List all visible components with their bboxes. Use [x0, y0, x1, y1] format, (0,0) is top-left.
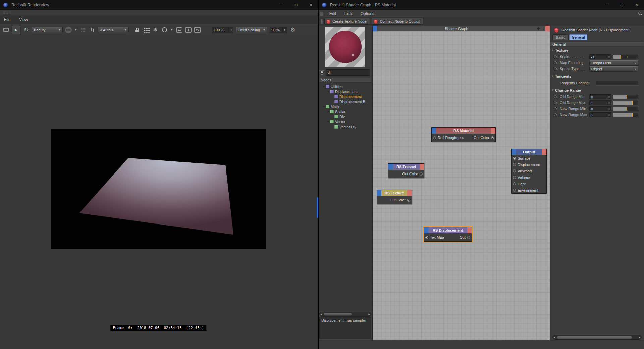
new-range-max-slider[interactable]	[613, 113, 638, 117]
new-range-max-spinner[interactable]: 1 ▲▼	[589, 112, 611, 117]
maximize-button[interactable]: □	[289, 0, 304, 10]
panel-corner-blue[interactable]	[373, 26, 377, 31]
grid-icon[interactable]	[143, 26, 150, 34]
channel-dropdown-arrow[interactable]: ▼	[74, 26, 77, 34]
node-rs-material[interactable]: RS Material Refl Roughness Out Color	[431, 127, 496, 142]
close-button[interactable]: ×	[629, 0, 644, 10]
node-input-tab[interactable]	[388, 164, 393, 170]
expander-icon[interactable]: ▼	[323, 85, 326, 88]
new-range-min-slider[interactable]	[613, 107, 638, 111]
scale-spinner[interactable]: -1 ▲▼	[589, 54, 611, 59]
connect-node-to-output-button[interactable]: Connect Node to Output	[372, 18, 423, 25]
maximize-button[interactable]: □	[614, 0, 629, 10]
menu-file[interactable]: File	[3, 17, 12, 22]
expander-icon[interactable]: ▼	[323, 105, 326, 108]
tree-horizontal-scrollbar[interactable]: ◀ ▶	[319, 312, 371, 317]
region-scale-spinner[interactable]: 50 % ▲▼	[270, 27, 287, 33]
scale-slider[interactable]	[613, 55, 638, 59]
port-out-color[interactable]	[420, 172, 423, 176]
node-output-tab[interactable]	[467, 227, 472, 233]
tree-item-utilities[interactable]: ▼ Utilities	[319, 84, 371, 89]
close-button[interactable]: ×	[304, 0, 318, 10]
port-environment[interactable]	[513, 189, 516, 192]
menu-edit[interactable]: Edit	[328, 11, 338, 16]
old-range-min-slider[interactable]	[613, 95, 638, 99]
picture-viewer-icon[interactable]: PV	[194, 26, 201, 34]
attribute-horizontal-scrollbar[interactable]: ◀ ▶	[552, 335, 642, 340]
map-encoding-dropdown[interactable]: Height Field ▼	[589, 60, 638, 66]
scroll-left-icon[interactable]: ◀	[320, 313, 323, 316]
region-ellipse-icon[interactable]	[161, 26, 168, 34]
scaling-mode-dropdown[interactable]: Fixed Scaling ▼	[236, 27, 267, 33]
group-tangents[interactable]: ▼ Tangents	[552, 74, 571, 78]
toolbar-grip-handle[interactable]	[321, 19, 323, 24]
node-output-tab[interactable]	[420, 164, 424, 170]
node-input-tab[interactable]	[377, 190, 381, 196]
node-rs-displacement[interactable]: RS Displacement Tex Map Out	[424, 227, 472, 242]
fit-vertical-icon[interactable]: ↕	[542, 26, 544, 31]
scrollbar-thumb[interactable]	[557, 336, 632, 339]
tree-item-scalar[interactable]: ▼ Scalar	[319, 109, 371, 114]
scroll-right-icon[interactable]: ▶	[638, 336, 641, 339]
group-texture[interactable]: ▼ Texture	[552, 48, 568, 52]
node-output-tab[interactable]	[542, 149, 546, 155]
channel-rgb-button[interactable]: RGB	[65, 27, 72, 33]
minimize-button[interactable]: ─	[600, 0, 614, 10]
node-rs-texture[interactable]: RS Texture Out Color	[377, 190, 412, 204]
scroll-right-icon[interactable]: ▶	[368, 313, 371, 316]
node-input-tab[interactable]	[432, 128, 436, 134]
port-refl-roughness[interactable]	[433, 136, 436, 139]
spinner-arrows[interactable]: ▲▼	[282, 27, 287, 33]
old-range-max-spinner[interactable]: 1 ▲▼	[589, 100, 611, 105]
create-texture-node-button[interactable]: Create Texture Node	[324, 18, 370, 25]
show-image-icon[interactable]	[176, 26, 182, 34]
tree-item-div[interactable]: Div	[319, 114, 371, 119]
tree-item-displacement[interactable]: Displacement	[319, 94, 371, 99]
node-output[interactable]: Output Surface Displacement Viewport Vol…	[511, 149, 547, 194]
pan-icon[interactable]	[536, 26, 541, 31]
spinner-arrows[interactable]: ▲▼	[607, 113, 611, 117]
snapshot-dropdown[interactable]: < Auto > ▼	[98, 27, 129, 33]
node-output-tab[interactable]	[407, 190, 412, 196]
spinner-arrows[interactable]: ▲▼	[607, 101, 611, 105]
port-viewport[interactable]	[513, 169, 516, 172]
tree-item-math[interactable]: ▼ Math	[319, 104, 371, 109]
restart-render-icon[interactable]: ↻	[23, 26, 30, 34]
tangents-channel-input[interactable]	[596, 81, 638, 86]
render-pass-dropdown[interactable]: Beauty ▼	[32, 27, 63, 33]
old-range-min-spinner[interactable]: 0 ▲▼	[589, 94, 611, 99]
zoom-spinner[interactable]: 100 % ▲▼	[212, 27, 233, 33]
scroll-left-icon[interactable]: ◀	[553, 336, 556, 339]
expander-icon[interactable]: ▼	[327, 90, 330, 93]
snapshot-snowflake-icon[interactable]: ❄	[152, 26, 159, 34]
spinner-arrows[interactable]: ▲▼	[607, 55, 611, 59]
start-render-button[interactable]: ▶	[12, 26, 20, 34]
port-displacement[interactable]	[513, 163, 516, 166]
space-type-dropdown[interactable]: Object ▼	[589, 66, 638, 72]
tree-item-vector[interactable]: ▼ Vector	[319, 119, 371, 124]
node-input-tab[interactable]	[424, 227, 428, 233]
node-input-tab[interactable]	[512, 149, 516, 155]
menubar-grip-handle[interactable]	[320, 12, 323, 16]
old-range-max-slider[interactable]	[613, 101, 638, 105]
node-search-input[interactable]	[326, 69, 370, 76]
group-change-range[interactable]: ▼ Change Range	[552, 88, 581, 92]
new-range-min-spinner[interactable]: 0 ▲▼	[589, 106, 611, 111]
search-icon[interactable]	[638, 12, 642, 16]
lock-icon[interactable]	[134, 26, 141, 34]
spinner-arrows[interactable]: ▲▼	[607, 107, 611, 111]
minimize-button[interactable]: ─	[274, 0, 289, 10]
node-rs-fresnel[interactable]: RS Fresnel Out Color	[388, 163, 424, 178]
spinner-arrows[interactable]: ▲▼	[607, 95, 611, 99]
keyframe-dot[interactable]	[554, 61, 557, 64]
port-light[interactable]	[513, 182, 516, 185]
port-tex-map[interactable]	[425, 236, 428, 239]
tab-general[interactable]: General	[569, 34, 587, 40]
tree-item-displacement-blend[interactable]: Displacement B	[319, 99, 371, 104]
menu-view[interactable]: View	[18, 17, 29, 22]
port-out[interactable]	[467, 236, 470, 239]
keyframe-dot[interactable]	[554, 113, 557, 116]
expander-icon[interactable]: ▼	[327, 120, 330, 123]
crop-icon[interactable]	[89, 26, 96, 34]
render-sequence-icon[interactable]	[3, 26, 9, 34]
